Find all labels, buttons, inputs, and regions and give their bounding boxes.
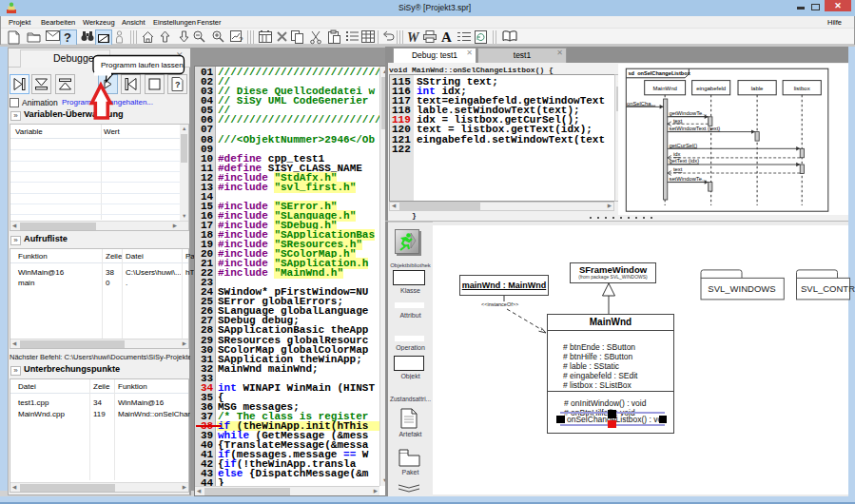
svg-text:getCurSel(): getCurSel() — [670, 143, 698, 148]
svg-text:idx: idx — [673, 151, 681, 157]
svg-text:?: ? — [239, 35, 243, 44]
svg-text:setWindowTe...: setWindowTe... — [670, 176, 708, 182]
svg-text:eingabefeld: eingabefeld — [696, 86, 726, 91]
svg-text:sd onSelChangeListbox: sd onSelChangeListbox — [629, 70, 691, 76]
svg-text:text: text — [673, 166, 683, 172]
svg-text:onSelCha...: onSelCha... — [627, 101, 656, 107]
svg-text:getWindowTe...: getWindowTe... — [670, 110, 708, 116]
svg-text:listbox: listbox — [794, 86, 810, 91]
svg-text:Programm laufen lassen: Programm laufen lassen — [101, 61, 184, 69]
svg-text:text: text — [673, 118, 683, 124]
svg-text:lable: lable — [751, 86, 764, 91]
svg-text:MainWnd: MainWnd — [652, 86, 676, 91]
svg-text:getText (idx): getText (idx) — [670, 158, 700, 164]
svg-text:setWindowText (text): setWindowText (text) — [670, 126, 721, 131]
